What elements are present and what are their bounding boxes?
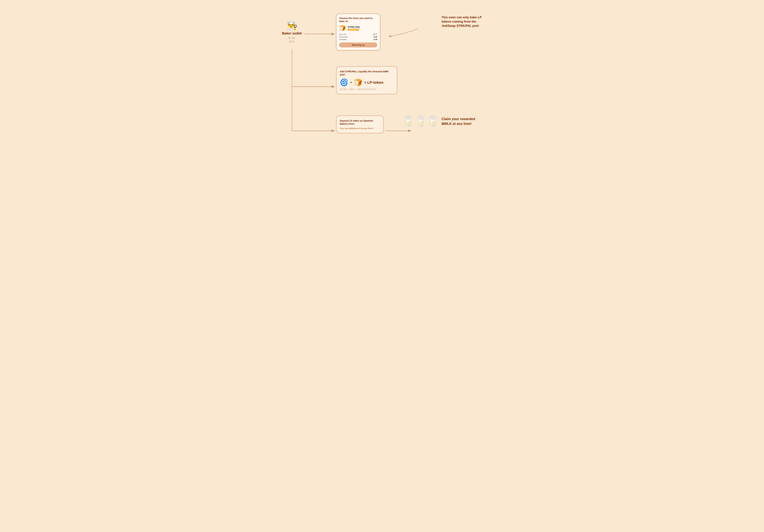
oven-deposited-label: Deposited (339, 36, 348, 38)
strk-icon: 🌀 (340, 78, 348, 86)
amm-formula-row: 🌀 + 🍞 = LP-token (340, 78, 394, 86)
baker-token2: $PAL (289, 40, 294, 43)
annotation-text: This oven can only bake LP tokens coming… (442, 15, 482, 28)
oven-card: Choose the Oven you want to bake on 🍞 ST… (336, 14, 380, 51)
amm-token-formula: $STRK + $PAL = JEDI-LP STRK-PAL (340, 88, 394, 90)
oven-token-row: 🍞 STRK-PAL JediSwap LP (339, 25, 377, 31)
warming-up-button[interactable]: Warming up (339, 43, 377, 48)
deposit-card-title: Deposit LP token on Starknet Bakery Oven (340, 119, 380, 125)
baker-emoji: 👨‍🍳 (282, 20, 302, 31)
oven-token-info: STRK-PAL JediSwap LP (348, 26, 360, 31)
oven-token-icon: 🍞 (339, 25, 346, 31)
oven-deposited-row: Deposited 0.00 (339, 36, 377, 38)
oven-stats: Earn 0% MILK Deposited 0.00 Available 0.… (339, 33, 377, 41)
milk-emoji: 🥛🥛🥛 (402, 115, 439, 127)
milk-reward-text: Claim your rewarded $MILK at any time! (442, 116, 476, 126)
amm-equals-text: = LP-token (364, 80, 383, 85)
annotation-box: This oven can only bake LP tokens coming… (442, 15, 482, 28)
oven-earn-value: MILK (373, 33, 377, 35)
oven-available-row: Available 0.00 (339, 38, 377, 41)
milk-reward-section: 🥛🥛🥛 Claim your rewarded $MILK at any tim… (402, 115, 476, 127)
baker-title: Baker wallet (282, 32, 302, 35)
baker-tokens: $STRK $PAL (282, 36, 302, 44)
oven-token-badge: JediSwap LP (348, 29, 359, 31)
deposit-card-sub: You can withdraw it at any time! (340, 127, 380, 130)
deposit-card: Deposit LP token on Starknet Bakery Oven… (336, 115, 384, 133)
pal-bread-icon: 🍞 (354, 78, 362, 86)
oven-deposited-value: 0.00 (374, 36, 377, 38)
oven-available-label: Available (339, 38, 347, 41)
amm-card-title: Add STRK/PAL Liquidity the choosed AMM p… (340, 70, 394, 76)
oven-available-value: 0.00 (374, 38, 377, 41)
oven-card-title: Choose the Oven you want to bake on (339, 17, 377, 23)
baker-section: 👨‍🍳 Baker wallet $STRK $PAL (282, 20, 302, 44)
amm-card: Add STRK/PAL Liquidity the choosed AMM p… (336, 66, 397, 94)
oven-token-name: STRK-PAL (348, 26, 360, 28)
oven-earn-row: Earn 0% MILK (339, 33, 377, 35)
baker-token1: $STRK (288, 37, 295, 39)
oven-earn-label: Earn 0% (339, 33, 346, 35)
amm-plus-sign: + (350, 80, 352, 85)
